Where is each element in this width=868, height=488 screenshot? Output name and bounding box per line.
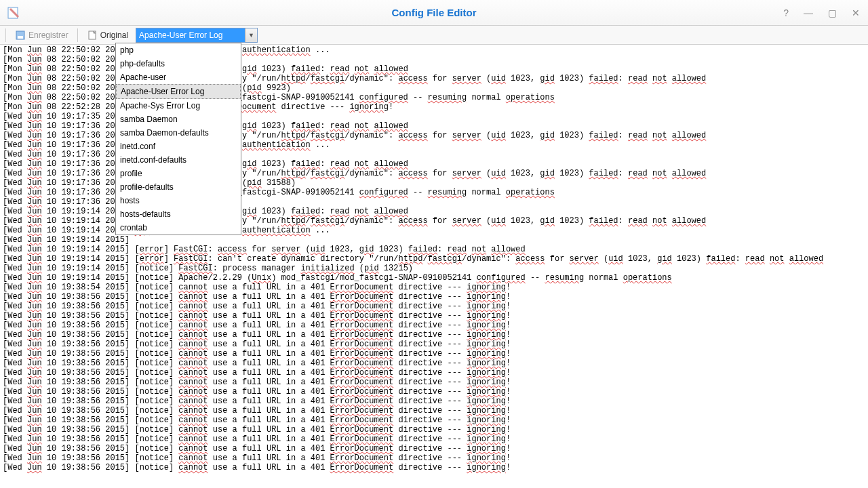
help-button[interactable]: ?	[781, 6, 791, 20]
log-line: [Wed Jun 10 19:38:56 2015] [notice] cann…	[3, 340, 865, 349]
log-line: [Wed Jun 10 19:19:14 2015]	[3, 235, 865, 245]
file-select[interactable]: Apache-User Error Log ▼	[136, 28, 258, 43]
log-line: [Wed Jun 10 19:38:56 2015] [notice] cann…	[3, 415, 865, 425]
log-line: [Wed Jun 10 19:38:56 2015] [notice] cann…	[3, 444, 865, 453]
dropdown-item[interactable]: php	[116, 43, 241, 57]
separator	[77, 28, 78, 42]
dropdown-item[interactable]: hosts-defaults	[116, 207, 241, 221]
dropdown-item[interactable]: profile	[116, 167, 241, 180]
app-icon	[5, 5, 22, 21]
log-line: [Wed Jun 10 19:38:56 2015] [notice] cann…	[3, 359, 865, 368]
dropdown-item[interactable]: Apache-user	[116, 70, 241, 84]
log-line: [Wed Jun 10 19:38:56 2015] [notice] cann…	[3, 349, 865, 359]
save-button[interactable]: Enregistrer	[10, 28, 73, 43]
dropdown-item[interactable]: inetd.conf-defaults	[116, 153, 241, 167]
log-line: [Wed Jun 10 19:38:56 2015] [notice] cann…	[3, 311, 865, 321]
log-line: [Wed Jun 10 19:19:14 2015] [notice] Apac…	[3, 273, 865, 283]
log-line: [Wed Jun 10 19:38:56 2015] [notice] cann…	[3, 302, 865, 311]
log-line: [Wed Jun 10 19:38:56 2015] [notice] cann…	[3, 396, 865, 406]
separator	[5, 28, 6, 42]
save-icon	[15, 30, 26, 41]
log-line: [Wed Jun 10 19:38:56 2015] [notice] cann…	[3, 425, 865, 434]
log-line: [Wed Jun 10 19:38:56 2015] [notice] cann…	[3, 378, 865, 387]
dropdown-item[interactable]: hosts	[116, 194, 241, 207]
log-line: [Wed Jun 10 19:38:56 2015] [notice] cann…	[3, 368, 865, 378]
log-line: [Wed Jun 10 19:19:14 2015] [error] FastC…	[3, 245, 865, 254]
log-line: [Wed Jun 10 19:38:56 2015] [notice] cann…	[3, 292, 865, 302]
log-line: [Wed Jun 10 19:38:56 2015] [notice] cann…	[3, 453, 865, 463]
save-label: Enregistrer	[28, 30, 68, 40]
dropdown-item[interactable]: crontab	[116, 221, 241, 235]
original-button[interactable]: Original	[82, 28, 133, 43]
dropdown-item[interactable]: samba Daemon-defaults	[116, 126, 241, 140]
log-line: [Wed Jun 10 19:38:56 2015] [notice] cann…	[3, 387, 865, 396]
dropdown-item[interactable]: php-defaults	[116, 57, 241, 70]
toolbar: Enregistrer Original Apache-User Error L…	[0, 26, 868, 45]
log-line: [Wed Jun 10 19:19:14 2015] [error] FastC…	[3, 254, 865, 264]
chevron-down-icon: ▼	[245, 28, 257, 42]
dropdown-item[interactable]: Apache-Sys Error Log	[116, 99, 241, 113]
log-line: [Wed Jun 10 19:38:56 2015] [notice] cann…	[3, 463, 865, 472]
log-line: [Wed Jun 10 19:38:54 2015] [notice] cann…	[3, 283, 865, 292]
dropdown-item[interactable]: profile-defaults	[116, 180, 241, 194]
minimize-button[interactable]: —	[801, 6, 816, 20]
dropdown-item[interactable]: inetd.conf	[116, 140, 241, 153]
titlebar: Config File Editor ? — ▢ ✕	[0, 0, 868, 26]
maximize-button[interactable]: ▢	[825, 6, 840, 20]
file-select-dropdown[interactable]: phpphp-defaultsApache-userApache-User Er…	[115, 43, 241, 235]
dropdown-item[interactable]: samba Daemon	[116, 113, 241, 126]
log-line: [Wed Jun 10 19:19:14 2015] [notice] Fast…	[3, 264, 865, 273]
dropdown-item[interactable]: Apache-User Error Log	[116, 84, 241, 99]
window-controls: ? — ▢ ✕	[781, 6, 863, 20]
log-line: [Wed Jun 10 19:38:56 2015] [notice] cann…	[3, 330, 865, 340]
log-line: [Wed Jun 10 19:38:56 2015] [notice] cann…	[3, 406, 865, 415]
svg-rect-2	[18, 36, 23, 39]
log-line: [Wed Jun 10 19:38:56 2015] [notice] cann…	[3, 434, 865, 444]
log-line: [Wed Jun 10 19:38:56 2015] [notice] cann…	[3, 321, 865, 330]
window-title: Config File Editor	[392, 7, 477, 18]
close-button[interactable]: ✕	[849, 6, 863, 20]
file-select-value: Apache-User Error Log	[139, 30, 222, 40]
original-label: Original	[100, 30, 128, 40]
document-icon	[87, 30, 98, 41]
